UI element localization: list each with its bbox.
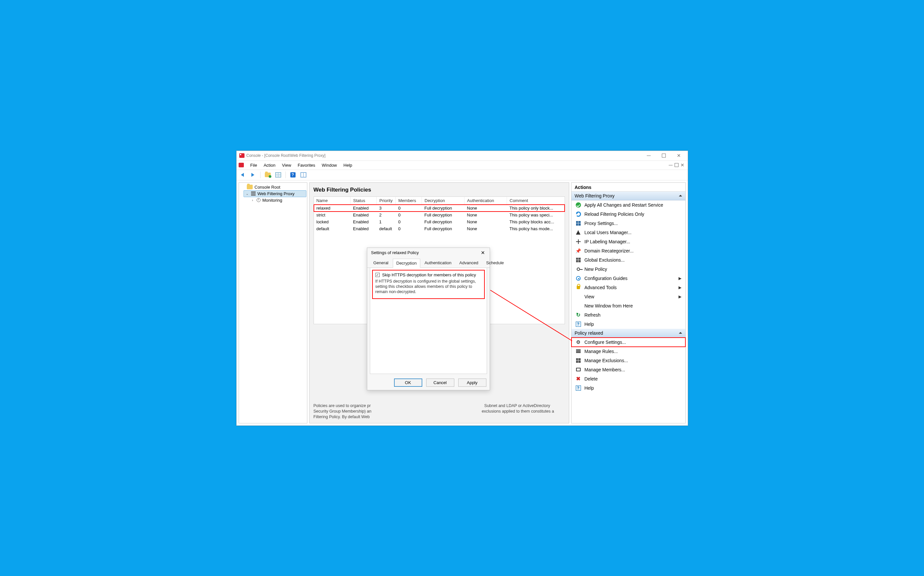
action-label: Help bbox=[584, 322, 594, 327]
checkbox-label: Skip HTTPS decryption for members of thi… bbox=[382, 272, 476, 277]
skip-https-checkbox[interactable]: ✓ bbox=[375, 273, 380, 277]
tab-content-decryption: ✓ Skip HTTPS decryption for members of t… bbox=[370, 268, 487, 374]
dialog-title: Settings of relaxed Policy bbox=[371, 250, 419, 255]
action-advtools[interactable]: Advanced Tools▶ bbox=[571, 283, 685, 292]
ok-button[interactable]: OK bbox=[394, 379, 422, 387]
menubar: File Action View Favorites Window Help ✕ bbox=[237, 161, 688, 170]
cell-decryption: Full decryption bbox=[422, 225, 464, 232]
action-localusers[interactable]: Local Users Manager... bbox=[571, 228, 685, 237]
menu-action[interactable]: Action bbox=[260, 161, 279, 169]
action-label: Reload Filtering Policies Only bbox=[584, 211, 645, 217]
cell-comment: This policy only block... bbox=[507, 205, 565, 212]
minimize-button[interactable] bbox=[641, 151, 656, 160]
action-domainrecat[interactable]: 📌Domain Recategorizer... bbox=[571, 246, 685, 255]
action-mrules[interactable]: Manage Rules... bbox=[571, 347, 685, 356]
cell-name: default bbox=[314, 225, 351, 232]
table-row[interactable]: lockedEnabled10Full decryptionNoneThis p… bbox=[314, 218, 565, 225]
action-help2[interactable]: ?Help bbox=[571, 384, 685, 393]
back-button[interactable] bbox=[239, 171, 246, 179]
action-newwin[interactable]: New Window from Here bbox=[571, 301, 685, 310]
col-decrypt[interactable]: Decryption bbox=[422, 197, 464, 205]
action-newpolicy[interactable]: New Policy bbox=[571, 265, 685, 274]
action-refresh[interactable]: ↻Refresh bbox=[571, 310, 685, 320]
action-label: Configure Settings... bbox=[584, 339, 626, 345]
help-button[interactable]: ? bbox=[289, 171, 297, 179]
action-help1[interactable]: ?Help bbox=[571, 320, 685, 329]
action-iplabel[interactable]: IP Labeling Manager... bbox=[571, 237, 685, 246]
action-mexcl[interactable]: Manage Exclusions... bbox=[571, 356, 685, 365]
ai-reload-icon bbox=[575, 211, 581, 217]
dialog-close-button[interactable]: ✕ bbox=[479, 250, 487, 256]
tree-node-web-filtering-proxy[interactable]: ⌄ Web Filtering Proxy bbox=[244, 190, 306, 197]
col-comment[interactable]: Comment bbox=[507, 197, 565, 205]
action-label: Proxy Settings... bbox=[584, 221, 618, 226]
col-auth[interactable]: Authentication bbox=[464, 197, 507, 205]
tab-schedule[interactable]: Schedule bbox=[482, 258, 507, 267]
sheet-icon bbox=[275, 172, 281, 178]
ai-q-icon: ? bbox=[575, 385, 581, 391]
ai-grid-icon bbox=[575, 220, 581, 226]
col-members[interactable]: Members bbox=[396, 197, 422, 205]
table-row[interactable]: relaxedEnabled30Full decryptionNoneThis … bbox=[314, 205, 565, 212]
action-label: IP Labeling Manager... bbox=[584, 239, 630, 244]
mdi-minimize-button[interactable] bbox=[669, 165, 673, 165]
menu-window[interactable]: Window bbox=[319, 161, 340, 169]
ai-del-icon: ✖ bbox=[575, 376, 581, 382]
section-label: Policy relaxed bbox=[575, 330, 603, 336]
action-confguides[interactable]: Configuration Guides▶ bbox=[571, 274, 685, 283]
up-folder-button[interactable] bbox=[264, 171, 272, 179]
apply-button[interactable]: Apply bbox=[458, 379, 487, 387]
tree-node-monitoring[interactable]: › Monitoring bbox=[249, 197, 306, 203]
maximize-button[interactable] bbox=[656, 151, 671, 160]
action-mmembers[interactable]: Manage Members... bbox=[571, 365, 685, 374]
action-label: Refresh bbox=[584, 312, 601, 318]
actions-section-policy[interactable]: Policy relaxed bbox=[571, 329, 685, 338]
col-status[interactable]: Status bbox=[351, 197, 377, 205]
app-small-icon bbox=[239, 163, 244, 167]
action-delete[interactable]: ✖Delete bbox=[571, 374, 685, 384]
folder-icon bbox=[247, 185, 253, 189]
action-reload[interactable]: Reload Filtering Policies Only bbox=[571, 210, 685, 219]
tab-general[interactable]: General bbox=[370, 258, 392, 267]
cell-priority: 2 bbox=[377, 211, 396, 218]
tab-decryption[interactable]: Decryption bbox=[393, 259, 420, 268]
table-row[interactable]: defaultEnableddefault0Full decryptionNon… bbox=[314, 225, 565, 232]
chevron-up-icon bbox=[679, 332, 682, 334]
tab-advanced[interactable]: Advanced bbox=[456, 258, 482, 267]
action-label: Configuration Guides bbox=[584, 276, 628, 281]
grid-header-row[interactable]: Name Status Priority Members Decryption … bbox=[314, 197, 565, 205]
cell-status: Enabled bbox=[351, 211, 377, 218]
close-button[interactable]: ✕ bbox=[671, 151, 686, 160]
action-label: Manage Rules... bbox=[584, 349, 618, 354]
menu-favorites[interactable]: Favorites bbox=[295, 161, 319, 169]
app-icon bbox=[239, 153, 244, 158]
action-apply[interactable]: Apply All Changes and Restart Service bbox=[571, 200, 685, 210]
actions-section-proxy[interactable]: Web Filtering Proxy bbox=[571, 192, 685, 200]
col-name[interactable]: Name bbox=[314, 197, 351, 205]
properties-button[interactable] bbox=[274, 171, 282, 179]
tab-authentication[interactable]: Authentication bbox=[421, 258, 455, 267]
cell-comment: This policy has mode... bbox=[507, 225, 565, 232]
action-globalexcl[interactable]: Global Exclusions... bbox=[571, 255, 685, 265]
col-priority[interactable]: Priority bbox=[377, 197, 396, 205]
menu-file[interactable]: File bbox=[247, 161, 260, 169]
menu-help[interactable]: Help bbox=[340, 161, 356, 169]
mdi-close-button[interactable]: ✕ bbox=[680, 163, 685, 167]
cell-members: 0 bbox=[396, 205, 422, 212]
cancel-button[interactable]: Cancel bbox=[426, 379, 454, 387]
menu-view[interactable]: View bbox=[279, 161, 295, 169]
action-proxysettings[interactable]: Proxy Settings... bbox=[571, 219, 685, 228]
table-row[interactable]: strictEnabled20Full decryptionNoneThis p… bbox=[314, 211, 565, 218]
forward-button[interactable] bbox=[249, 171, 257, 179]
action-view[interactable]: View▶ bbox=[571, 292, 685, 301]
chevron-right-icon: ▶ bbox=[678, 285, 681, 290]
tree-node-console-root[interactable]: Console Root bbox=[239, 184, 306, 190]
action-label: Manage Members... bbox=[584, 367, 626, 372]
action-configset[interactable]: ⚙Configure Settings... bbox=[571, 338, 685, 347]
cell-priority: default bbox=[377, 225, 396, 232]
mdi-restore-button[interactable] bbox=[675, 163, 678, 167]
show-hide-tree-button[interactable] bbox=[300, 171, 307, 179]
action-label: View bbox=[584, 294, 594, 299]
cell-name: locked bbox=[314, 218, 351, 225]
action-label: Delete bbox=[584, 376, 598, 381]
